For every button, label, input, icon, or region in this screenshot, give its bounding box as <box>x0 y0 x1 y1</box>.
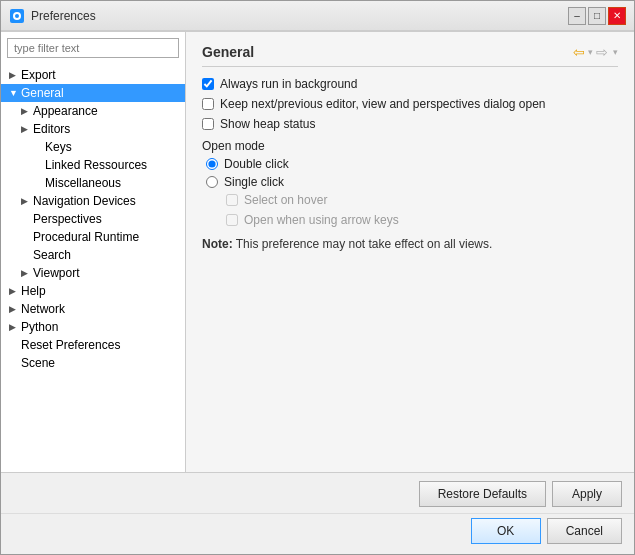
tree-item-reset-preferences[interactable]: Reset Preferences <box>1 336 185 354</box>
tree-item-keys[interactable]: Keys <box>1 138 185 156</box>
tree-label-network: Network <box>21 302 65 316</box>
tree-item-procedural-runtime[interactable]: Procedural Runtime <box>1 228 185 246</box>
tree-label-linked-resources: Linked Ressources <box>45 158 147 172</box>
tree-item-appearance[interactable]: ▶Appearance <box>1 102 185 120</box>
select-hover-label: Select on hover <box>244 193 327 207</box>
restore-defaults-button[interactable]: Restore Defaults <box>419 481 546 507</box>
tree-arrow-export: ▶ <box>9 70 19 80</box>
tree-label-general: General <box>21 86 64 100</box>
open-arrow-checkbox[interactable] <box>226 214 238 226</box>
tree: ▶Export▼General▶Appearance▶EditorsKeysLi… <box>1 64 185 472</box>
tree-arrow-navigation-devices: ▶ <box>21 196 31 206</box>
cancel-button[interactable]: Cancel <box>547 518 622 544</box>
title-bar-left: Preferences <box>9 8 96 24</box>
keep-next-checkbox[interactable] <box>202 98 214 110</box>
separator: ▾ <box>588 47 593 57</box>
preferences-window: Preferences – □ ✕ ▶Export▼General▶Appear… <box>0 0 635 555</box>
tree-label-navigation-devices: Navigation Devices <box>33 194 136 208</box>
select-hover-row: Select on hover <box>226 193 618 207</box>
tree-item-navigation-devices[interactable]: ▶Navigation Devices <box>1 192 185 210</box>
right-panel: General ⇦ ▾ ⇨ ▾ Always run in background… <box>186 32 634 472</box>
keep-next-row: Keep next/previous editor, view and pers… <box>202 97 618 111</box>
ok-cancel-row: OK Cancel <box>1 513 634 554</box>
tree-arrow-help: ▶ <box>9 286 19 296</box>
tree-item-editors[interactable]: ▶Editors <box>1 120 185 138</box>
tree-arrow-python: ▶ <box>9 322 19 332</box>
bottom-area: Restore Defaults Apply OK Cancel <box>1 472 634 554</box>
right-panel-header: General ⇦ ▾ ⇨ ▾ <box>202 44 618 67</box>
tree-label-appearance: Appearance <box>33 104 98 118</box>
double-click-label: Double click <box>224 157 289 171</box>
show-heap-checkbox[interactable] <box>202 118 214 130</box>
single-click-radio[interactable] <box>206 176 218 188</box>
tree-label-procedural-runtime: Procedural Runtime <box>33 230 139 244</box>
tree-label-reset-preferences: Reset Preferences <box>21 338 120 352</box>
open-arrow-row: Open when using arrow keys <box>226 213 618 227</box>
svg-point-2 <box>15 14 19 18</box>
main-content: ▶Export▼General▶Appearance▶EditorsKeysLi… <box>1 31 634 472</box>
forward-arrow-icon[interactable]: ⇨ <box>596 44 608 60</box>
filter-input[interactable] <box>7 38 179 58</box>
tree-label-help: Help <box>21 284 46 298</box>
open-arrow-label: Open when using arrow keys <box>244 213 399 227</box>
tree-arrow-appearance: ▶ <box>21 106 31 116</box>
maximize-button[interactable]: □ <box>588 7 606 25</box>
ok-button[interactable]: OK <box>471 518 541 544</box>
tree-item-linked-resources[interactable]: Linked Ressources <box>1 156 185 174</box>
header-icons: ⇦ ▾ ⇨ ▾ <box>573 44 618 60</box>
tree-item-general[interactable]: ▼General <box>1 84 185 102</box>
tree-arrow-network: ▶ <box>9 304 19 314</box>
tree-item-perspectives[interactable]: Perspectives <box>1 210 185 228</box>
dropdown-icon[interactable]: ▾ <box>613 47 618 57</box>
open-mode-label: Open mode <box>202 139 618 153</box>
keep-next-label: Keep next/previous editor, view and pers… <box>220 97 546 111</box>
tree-arrow-editors: ▶ <box>21 124 31 134</box>
section-title: General <box>202 44 254 60</box>
tree-label-export: Export <box>21 68 56 82</box>
apply-button[interactable]: Apply <box>552 481 622 507</box>
show-heap-label: Show heap status <box>220 117 315 131</box>
tree-item-help[interactable]: ▶Help <box>1 282 185 300</box>
tree-item-viewport[interactable]: ▶Viewport <box>1 264 185 282</box>
tree-arrow-viewport: ▶ <box>21 268 31 278</box>
tree-label-viewport: Viewport <box>33 266 79 280</box>
tree-label-perspectives: Perspectives <box>33 212 102 226</box>
double-click-radio[interactable] <box>206 158 218 170</box>
single-click-label: Single click <box>224 175 284 189</box>
note-text: Note: This preference may not take effec… <box>202 237 618 251</box>
note-label: Note: <box>202 237 233 251</box>
window-title: Preferences <box>31 9 96 23</box>
tree-label-keys: Keys <box>45 140 72 154</box>
minimize-button[interactable]: – <box>568 7 586 25</box>
tree-label-editors: Editors <box>33 122 70 136</box>
tree-item-miscellaneous[interactable]: Miscellaneous <box>1 174 185 192</box>
app-icon <box>9 8 25 24</box>
tree-item-search[interactable]: Search <box>1 246 185 264</box>
sub-options: Select on hover Open when using arrow ke… <box>226 193 618 227</box>
restore-apply-row: Restore Defaults Apply <box>1 473 634 513</box>
tree-item-network[interactable]: ▶Network <box>1 300 185 318</box>
close-button[interactable]: ✕ <box>608 7 626 25</box>
note-content: This preference may not take effect on a… <box>233 237 493 251</box>
title-controls: – □ ✕ <box>568 7 626 25</box>
tree-arrow-general: ▼ <box>9 88 19 98</box>
show-heap-row: Show heap status <box>202 117 618 131</box>
select-hover-checkbox[interactable] <box>226 194 238 206</box>
options-area: Always run in background Keep next/previ… <box>202 77 618 460</box>
tree-item-python[interactable]: ▶Python <box>1 318 185 336</box>
tree-label-search: Search <box>33 248 71 262</box>
single-click-row: Single click <box>206 175 618 189</box>
always-run-bg-checkbox[interactable] <box>202 78 214 90</box>
double-click-row: Double click <box>206 157 618 171</box>
left-panel: ▶Export▼General▶Appearance▶EditorsKeysLi… <box>1 32 186 472</box>
back-arrow-icon[interactable]: ⇦ <box>573 44 585 60</box>
tree-item-export[interactable]: ▶Export <box>1 66 185 84</box>
title-bar: Preferences – □ ✕ <box>1 1 634 31</box>
tree-label-miscellaneous: Miscellaneous <box>45 176 121 190</box>
always-run-bg-label: Always run in background <box>220 77 357 91</box>
always-run-bg-row: Always run in background <box>202 77 618 91</box>
tree-label-scene: Scene <box>21 356 55 370</box>
tree-label-python: Python <box>21 320 58 334</box>
tree-item-scene[interactable]: Scene <box>1 354 185 372</box>
